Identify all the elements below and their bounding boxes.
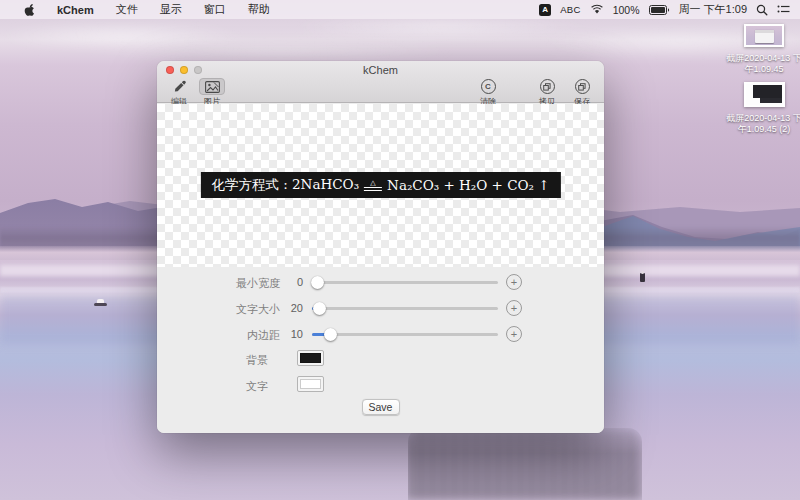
background-color-well[interactable]: [297, 350, 324, 366]
menu-bar: kChem 文件 显示 窗口 帮助 A ABC 100% 周一 下午1:09: [0, 0, 800, 19]
wallpaper-buoy: [640, 273, 645, 282]
slider-thumb[interactable]: [313, 302, 326, 315]
copy-icon: [540, 79, 555, 94]
icon-label-line1: 截屏2020-04-13 下: [721, 113, 800, 124]
menu-view[interactable]: 显示: [149, 2, 193, 17]
menu-clock[interactable]: 周一 下午1:09: [679, 2, 747, 17]
slider-track[interactable]: [312, 333, 498, 336]
menu-window[interactable]: 窗口: [193, 2, 237, 17]
screenshot-thumbnail: [744, 24, 784, 47]
input-source-icon[interactable]: A: [539, 4, 551, 16]
slider-label: 文字大小: [193, 302, 280, 317]
image-icon: [205, 81, 220, 93]
toolbar-copy-button[interactable]: 拷贝: [532, 78, 562, 107]
window-chrome: kChem 编辑: [157, 61, 604, 103]
color-row-text: 文字: [157, 378, 604, 394]
battery-percent[interactable]: 100%: [613, 4, 640, 16]
plus-button[interactable]: +: [506, 274, 522, 290]
apple-menu[interactable]: [12, 3, 46, 16]
kchem-window: kChem 编辑: [157, 61, 604, 433]
icon-label-line2: 午1.09.45 (2): [721, 124, 800, 135]
slider-thumb[interactable]: [324, 328, 337, 341]
menu-file[interactable]: 文件: [105, 2, 149, 17]
color-label: 文字: [193, 379, 268, 394]
save-icon: [575, 79, 590, 94]
slider-row-min-width: 最小宽度 0 +: [157, 274, 604, 290]
slider-row-padding: 内边距 10 +: [157, 326, 604, 342]
equation-box: 化学方程式 : 2NaHCO₃ △ Na₂CO₃ + H₂O + CO₂ ↑: [200, 172, 560, 198]
menu-help[interactable]: 帮助: [237, 2, 281, 17]
wallpaper-island-reflection: [408, 428, 642, 500]
equation-condition-equals: △: [364, 180, 382, 191]
wifi-icon[interactable]: [590, 4, 604, 15]
slider-value: 10: [280, 328, 303, 340]
toolbar-save-button[interactable]: 保存: [567, 78, 597, 107]
slider-value: 0: [280, 276, 303, 288]
color-label: 背景: [193, 353, 268, 368]
slider-track[interactable]: [312, 281, 498, 284]
slider-label: 最小宽度: [193, 276, 280, 291]
slider-thumb[interactable]: [311, 276, 324, 289]
window-title: kChem: [157, 64, 604, 76]
slider-value: 20: [280, 302, 303, 314]
input-source-label[interactable]: ABC: [560, 4, 580, 15]
desktop-icon-screenshot-1[interactable]: 截屏2020-04-13 下 午1.09.45: [721, 24, 800, 75]
settings-panel: 最小宽度 0 + 文字大小 20 + 内边距 10 + 背景: [157, 267, 604, 433]
menu-app-name[interactable]: kChem: [46, 4, 105, 16]
desktop-icon-screenshot-2[interactable]: 截屏2020-04-13 下 午1.09.45 (2): [721, 82, 800, 135]
pencil-icon: [173, 80, 186, 93]
icon-label-line1: 截屏2020-04-13 下: [721, 53, 800, 64]
plus-button[interactable]: +: [506, 300, 522, 316]
plus-button[interactable]: +: [506, 326, 522, 342]
slider-track[interactable]: [312, 307, 498, 310]
toolbar-clear-button[interactable]: C 清除: [473, 78, 503, 107]
screenshot-thumbnail: [744, 82, 785, 107]
equation-lhs: 化学方程式 : 2NaHCO₃: [211, 176, 359, 194]
spotlight-search-icon[interactable]: [756, 4, 768, 16]
toolbar-image-button[interactable]: 图片: [197, 78, 227, 107]
apple-logo-icon: [23, 3, 35, 16]
slider-row-text-size: 文字大小 20 +: [157, 300, 604, 316]
save-button[interactable]: Save: [362, 399, 400, 415]
color-row-background: 背景: [157, 352, 604, 368]
equation-canvas: 化学方程式 : 2NaHCO₃ △ Na₂CO₃ + H₂O + CO₂ ↑: [157, 104, 604, 267]
icon-label-line2: 午1.09.45: [721, 64, 800, 75]
delta-condition: △: [370, 180, 375, 186]
toolbar-edit-button[interactable]: 编辑: [164, 78, 194, 107]
battery-icon[interactable]: [649, 5, 670, 15]
equation-rhs: Na₂CO₃ + H₂O + CO₂ ↑: [387, 177, 550, 193]
slider-label: 内边距: [193, 328, 280, 343]
wallpaper-boat: [94, 299, 107, 306]
clear-icon: C: [481, 79, 496, 94]
notification-center-icon[interactable]: [777, 4, 790, 15]
text-color-well[interactable]: [297, 376, 324, 392]
